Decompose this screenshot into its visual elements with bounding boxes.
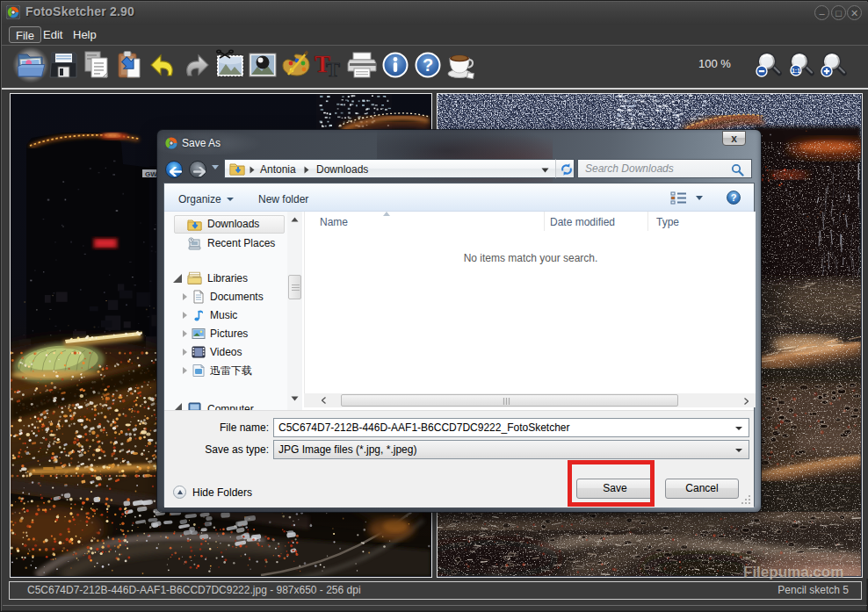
svg-text:GW: GW xyxy=(145,170,157,178)
svg-text:T: T xyxy=(326,58,340,81)
svg-text:1:1: 1:1 xyxy=(792,68,800,74)
svg-text:?: ? xyxy=(423,55,433,75)
